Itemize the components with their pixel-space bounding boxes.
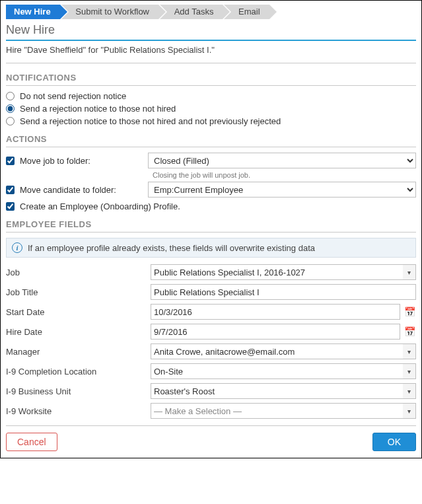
field-hire-date-input[interactable]	[151, 324, 400, 340]
notification-label-1: Send a rejection notice to those not hir…	[20, 104, 176, 114]
field-job-title-label: Job Title	[6, 287, 148, 297]
notification-label-2: Send a rejection notice to those not hir…	[20, 116, 281, 126]
field-i9-worksite-input[interactable]	[151, 403, 403, 419]
wizard-step-add-tasks[interactable]: Add Tasks	[160, 5, 223, 19]
field-start-date-input[interactable]	[151, 304, 400, 320]
field-manager-dropdown-button[interactable]: ▾	[403, 343, 416, 359]
field-job-dropdown-button[interactable]: ▾	[403, 264, 416, 280]
notification-option-0[interactable]: Do not send rejection notice	[6, 91, 416, 101]
chevron-down-icon: ▾	[407, 368, 411, 375]
chevron-down-icon: ▾	[407, 388, 411, 395]
field-start-date: Start Date 📅	[6, 304, 416, 320]
field-start-date-calendar-button[interactable]: 📅	[403, 304, 416, 320]
field-i9-bu-input[interactable]	[151, 383, 403, 399]
action-move-job-row: Move job to folder: Closed (Filled)	[6, 153, 416, 168]
action-move-candidate-select[interactable]: Emp:Current Employee	[148, 182, 416, 198]
notification-radio-0[interactable]	[6, 92, 15, 100]
field-job-input[interactable]	[151, 264, 403, 280]
field-i9-location: I-9 Completion Location ▾	[6, 363, 416, 379]
action-move-candidate-row: Move candidate to folder: Emp:Current Em…	[6, 182, 416, 198]
field-start-date-label: Start Date	[6, 307, 148, 317]
notification-option-2[interactable]: Send a rejection notice to those not hir…	[6, 116, 416, 126]
chevron-down-icon: ▾	[407, 269, 411, 276]
field-i9-location-dropdown-button[interactable]: ▾	[403, 363, 416, 379]
action-move-job-hint: Closing the job will unpost job.	[153, 171, 416, 179]
employee-fields-info-text: If an employee profile already exists, t…	[28, 243, 315, 253]
calendar-icon: 📅	[404, 306, 415, 317]
chevron-down-icon: ▾	[407, 348, 411, 355]
employee-fields-info-bar: i If an employee profile already exists,…	[6, 238, 416, 258]
action-move-job-checkbox[interactable]	[6, 157, 15, 165]
dialog-footer: Cancel OK	[6, 425, 416, 451]
field-manager: Manager ▾	[6, 343, 416, 359]
field-i9-worksite-label: I-9 Worksite	[6, 406, 148, 416]
field-job-title-input[interactable]	[151, 284, 416, 300]
wizard-steps: New Hire Submit to Workflow Add Tasks Em…	[6, 5, 416, 19]
chevron-down-icon: ▾	[407, 408, 411, 415]
section-employee-fields-heading: EMPLOYEE FIELDS	[6, 214, 416, 233]
page-subtitle: Hire "Dave Sheffield" for "Public Relati…	[6, 42, 416, 63]
field-job-label: Job	[6, 268, 148, 277]
action-move-candidate-checkbox[interactable]	[6, 186, 15, 194]
cancel-button[interactable]: Cancel	[6, 433, 57, 451]
field-i9-worksite-dropdown-button[interactable]: ▾	[403, 403, 416, 419]
field-hire-date-label: Hire Date	[6, 327, 148, 337]
field-i9-bu: I-9 Business Unit ▾	[6, 383, 416, 399]
dialog-frame: New Hire Submit to Workflow Add Tasks Em…	[0, 0, 422, 458]
notification-radio-1[interactable]	[6, 104, 15, 113]
field-manager-label: Manager	[6, 347, 148, 357]
field-hire-date-calendar-button[interactable]: 📅	[403, 324, 416, 340]
field-job-title: Job Title	[6, 284, 416, 300]
field-i9-worksite: I-9 Worksite ▾	[6, 403, 416, 419]
action-move-job-label: Move job to folder:	[20, 156, 90, 166]
section-actions-heading: ACTIONS	[6, 129, 416, 147]
ok-button[interactable]: OK	[372, 433, 416, 451]
action-create-profile-label: Create an Employee (Onboarding) Profile.	[20, 201, 180, 211]
field-manager-input[interactable]	[151, 343, 403, 359]
field-i9-bu-label: I-9 Business Unit	[6, 386, 148, 396]
wizard-step-new-hire[interactable]: New Hire	[6, 5, 60, 19]
action-move-candidate-label: Move candidate to folder:	[20, 185, 116, 195]
field-job: Job ▾	[6, 264, 416, 280]
field-i9-location-label: I-9 Completion Location	[6, 367, 148, 377]
action-create-profile-row[interactable]: Create an Employee (Onboarding) Profile.	[6, 201, 416, 211]
action-move-job-select[interactable]: Closed (Filled)	[148, 153, 416, 168]
section-notifications-heading: NOTIFICATIONS	[6, 67, 416, 86]
action-create-profile-checkbox[interactable]	[6, 202, 15, 211]
notification-label-0: Do not send rejection notice	[20, 91, 126, 101]
calendar-icon: 📅	[404, 326, 415, 337]
notification-option-1[interactable]: Send a rejection notice to those not hir…	[6, 104, 416, 114]
field-i9-bu-dropdown-button[interactable]: ▾	[403, 383, 416, 399]
info-icon: i	[12, 242, 22, 253]
notification-radio-2[interactable]	[6, 117, 15, 126]
field-hire-date: Hire Date 📅	[6, 324, 416, 340]
field-i9-location-input[interactable]	[151, 363, 403, 379]
page-title: New Hire	[6, 23, 416, 41]
wizard-step-submit-workflow[interactable]: Submit to Workflow	[61, 5, 158, 19]
